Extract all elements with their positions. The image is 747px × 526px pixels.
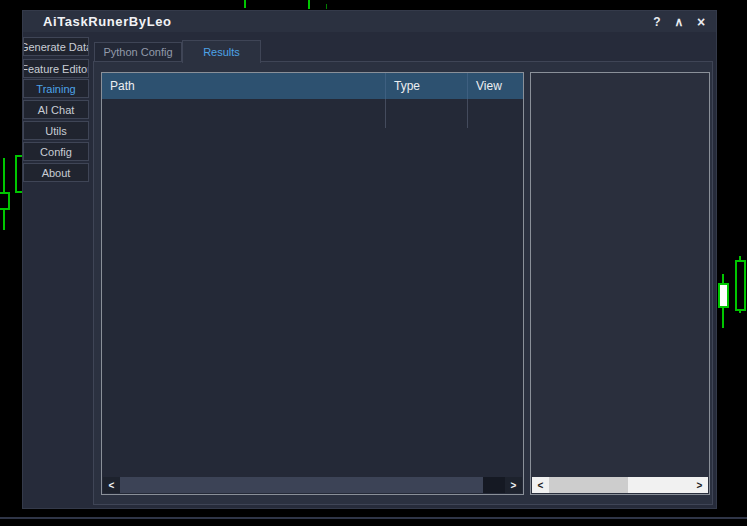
scrollbar-thumb[interactable]: [120, 477, 483, 493]
sidebar-item-feature-editor[interactable]: Feature Editor: [23, 59, 89, 78]
table-grid-line: [467, 99, 468, 128]
sidebar-item-ai-chat[interactable]: AI Chat: [23, 100, 89, 119]
candlestick-body: [0, 192, 10, 210]
help-icon[interactable]: ?: [646, 11, 668, 32]
app-window: AiTaskRunerByLeo ? ∧ × Generate Data Fea…: [22, 10, 717, 509]
column-header-type[interactable]: Type: [385, 73, 467, 99]
panel-horizontal-scrollbar[interactable]: < >: [532, 477, 708, 493]
column-header-path[interactable]: Path: [102, 73, 385, 99]
sidebar-item-generate-data[interactable]: Generate Data: [23, 37, 89, 56]
candlestick-wick: [308, 0, 310, 9]
tab-results[interactable]: Results: [182, 40, 261, 63]
table-horizontal-scrollbar[interactable]: < >: [103, 477, 522, 493]
candlestick-body: [718, 283, 729, 308]
minimize-icon[interactable]: ∧: [668, 11, 690, 32]
column-header-view[interactable]: View: [467, 73, 523, 99]
scroll-left-icon[interactable]: <: [103, 477, 120, 493]
scrollbar-thumb[interactable]: [549, 477, 628, 493]
scroll-right-icon[interactable]: >: [505, 477, 522, 493]
candlestick-body: [735, 260, 746, 311]
results-table: Path Type View < >: [101, 72, 524, 495]
sidebar-item-utils[interactable]: Utils: [23, 121, 89, 140]
detail-panel: < >: [530, 72, 710, 495]
candlestick-wick: [326, 4, 327, 9]
scroll-left-icon[interactable]: <: [532, 477, 549, 493]
candlestick-wick: [244, 0, 246, 8]
tab-python-config[interactable]: Python Config: [94, 42, 182, 62]
table-grid-line: [385, 99, 386, 128]
results-table-header: Path Type View: [102, 73, 523, 99]
sidebar-item-about[interactable]: About: [23, 163, 89, 182]
window-title: AiTaskRunerByLeo: [43, 14, 172, 29]
scroll-right-icon[interactable]: >: [691, 477, 708, 493]
close-icon[interactable]: ×: [690, 11, 712, 32]
sidebar-item-training[interactable]: Training: [23, 79, 89, 98]
background-divider-line: [0, 517, 747, 519]
sidebar-item-config[interactable]: Config: [23, 142, 89, 161]
window-controls: ? ∧ ×: [646, 11, 712, 32]
titlebar[interactable]: AiTaskRunerByLeo ? ∧ ×: [23, 11, 716, 32]
